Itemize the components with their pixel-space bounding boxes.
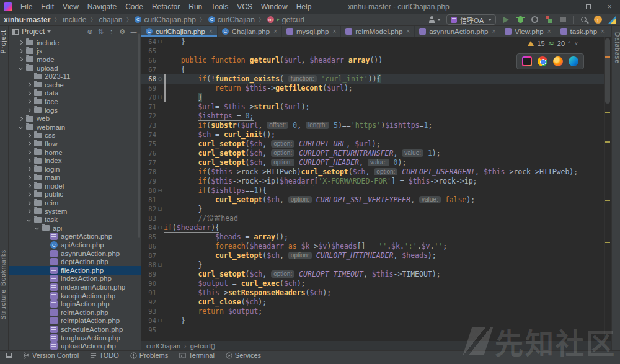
code-line-77[interactable]: 77 curl_setopt($ch, option: CURLOPT_HEAD… — [141, 158, 611, 167]
locate-file-button[interactable]: ⊕ — [87, 28, 92, 36]
tree-arrow-icon[interactable] — [19, 57, 23, 61]
editor-scrollbar[interactable] — [604, 37, 611, 340]
fold-collapse-icon[interactable]: ⊖ — [156, 74, 164, 84]
tree-item-scheduleAction-php[interactable]: scheduleAction.php — [9, 325, 141, 334]
profiler-button[interactable] — [530, 16, 539, 24]
code-line-78[interactable]: 78 if($this->rock->HTTPweb)curl_setopt($… — [141, 167, 611, 177]
menu-refactor[interactable]: Refactor — [148, 1, 184, 12]
tree-arrow-icon[interactable] — [19, 66, 23, 70]
layout-icon[interactable] — [6, 353, 12, 358]
menu-edit[interactable]: Edit — [37, 1, 58, 12]
code-line-94[interactable]: 94⊔ } — [141, 316, 611, 326]
tree-item-api[interactable]: api — [9, 224, 141, 233]
debug-button[interactable] — [516, 16, 525, 24]
tree-item-loginAction-php[interactable]: loginAction.php — [9, 300, 141, 308]
tree-arrow-icon[interactable] — [27, 82, 31, 87]
minimize-button[interactable]: — — [557, 0, 578, 14]
edge-icon[interactable] — [569, 56, 578, 66]
tab-close-icon[interactable]: × — [406, 28, 410, 35]
expand-button[interactable]: ⇅ — [98, 28, 104, 36]
editor-tab[interactable]: View.php× — [500, 26, 556, 37]
tree-item-reimAction-php[interactable]: reimAction.php — [9, 308, 141, 317]
coverage-button[interactable] — [544, 16, 553, 24]
tree-arrow-icon[interactable] — [27, 184, 31, 188]
menu-window[interactable]: Window — [257, 1, 292, 12]
tree-item-css[interactable]: css — [9, 131, 141, 140]
code-line-76[interactable]: 76 curl_setopt($ch, option: CURLOPT_RETU… — [141, 149, 611, 158]
tree-item-model[interactable]: model — [9, 182, 141, 190]
code-line-88[interactable]: 88⊔ } — [141, 260, 611, 270]
tool-window-button-terminal[interactable]: Terminal — [179, 352, 215, 359]
editor-tab[interactable]: asynrunAction.php× — [415, 26, 500, 37]
tree-arrow-icon[interactable] — [27, 209, 31, 213]
tree-item-task[interactable]: task — [9, 215, 141, 224]
fold-end-icon[interactable]: ⊔ — [156, 316, 164, 326]
tool-button-project[interactable]: Project — [0, 30, 9, 53]
code-editor[interactable]: 64⊔ }6566 public function getcurl($url, … — [141, 37, 611, 340]
code-line-82[interactable]: 82⊔ } — [141, 205, 611, 214]
settings-gear-icon[interactable]: ⚙ — [119, 28, 125, 36]
code-line-68[interactable]: 68⊖ if(!function_exists( function: 'curl… — [141, 74, 611, 84]
menu-file[interactable]: File — [16, 1, 37, 12]
breadcrumb-item[interactable]: xinhu-master — [4, 16, 50, 24]
tree-item-kaoqinAction-php[interactable]: kaoqinAction.php — [9, 291, 141, 300]
tree-item-indexreimAction-php[interactable]: indexreimAction.php — [9, 283, 141, 291]
tree-arrow-icon[interactable] — [27, 91, 31, 95]
tool-window-button-problems[interactable]: Problems — [130, 352, 168, 359]
code-line-87[interactable]: 87 curl_setopt($ch, option: CURLOPT_HTTP… — [141, 251, 611, 260]
collapse-all-button[interactable]: ÷ — [108, 28, 114, 36]
code-with-me-button[interactable] — [428, 16, 441, 24]
tool-window-button-services[interactable]: Services — [226, 352, 261, 359]
tree-item-public[interactable]: public — [9, 190, 141, 199]
editor-tab[interactable]: CChajian.php× — [218, 26, 282, 37]
fold-collapse-icon[interactable]: ⊖ — [156, 186, 164, 195]
update-notification-button[interactable]: ↑ — [593, 16, 602, 24]
tab-close-icon[interactable]: × — [547, 28, 551, 35]
tab-close-icon[interactable]: × — [492, 28, 495, 35]
editor-tab[interactable]: reimModel.php× — [341, 26, 415, 37]
tree-item-logs[interactable]: logs — [9, 106, 141, 115]
code-line-91[interactable]: 91 $this->setResponseHeaders($ch); — [141, 288, 611, 298]
tree-item-reimplatAction-php[interactable]: reimplatAction.php — [9, 317, 141, 326]
tree-item-deptAction-php[interactable]: deptAction.php — [9, 257, 141, 266]
tree-item-cache[interactable]: cache — [9, 81, 141, 89]
tree-arrow-icon[interactable] — [27, 192, 31, 197]
tree-arrow-icon[interactable] — [27, 99, 31, 104]
code-line-84[interactable]: 84⊖if($headarr){ — [141, 223, 611, 233]
restore-button[interactable] — [578, 0, 599, 14]
tree-item-include[interactable]: include — [9, 38, 141, 47]
tree-arrow-icon[interactable] — [27, 141, 31, 146]
tool-button-structure[interactable]: Structure — [0, 289, 9, 320]
breadcrumb-item[interactable]: mgetcurl — [267, 16, 304, 24]
code-line-86[interactable]: 86 foreach($headarr as $k=>$v)$heads[] =… — [141, 242, 611, 251]
editor-tab[interactable]: CcurlChajian.php× — [141, 26, 218, 37]
fold-end-icon[interactable]: ⊔ — [156, 205, 164, 214]
chevron-down-icon[interactable] — [47, 30, 51, 33]
tree-item-upload[interactable]: upload — [9, 64, 141, 73]
menu-navigate[interactable]: Navigate — [83, 1, 121, 12]
editor-tab[interactable]: task.php× — [556, 26, 609, 37]
tree-arrow-icon[interactable] — [19, 49, 23, 53]
menu-run[interactable]: Run — [184, 1, 206, 12]
tree-item-flow[interactable]: flow — [9, 140, 141, 148]
code-line-71[interactable]: 71 $url= $this->strurl($url); — [141, 102, 611, 112]
tab-close-icon[interactable]: × — [209, 28, 213, 35]
code-line-93[interactable]: 93 return $output; — [141, 307, 611, 316]
project-scrollbar[interactable] — [138, 33, 140, 238]
breadcrumb-item[interactable]: include — [63, 16, 86, 24]
tree-item-uploadAction-php[interactable]: uploadAction.php — [9, 342, 141, 350]
code-line-80[interactable]: 80⊖ if($ishttps==1){ — [141, 186, 611, 195]
code-line-70[interactable]: 70⊔ } — [141, 93, 611, 102]
chrome-icon[interactable] — [538, 56, 547, 66]
tree-item-index[interactable]: index — [9, 156, 141, 165]
tree-item-tonghuaAction-php[interactable]: tonghuaAction.php — [9, 334, 141, 342]
breadcrumb-item[interactable]: CcurlChajian — [208, 16, 255, 24]
scrollbar-thumb[interactable] — [605, 38, 610, 104]
tree-item-asynrunAction-php[interactable]: asynrunAction.php — [9, 249, 141, 258]
tree-item-webmain[interactable]: webmain — [9, 123, 141, 131]
tree-arrow-icon[interactable] — [27, 201, 31, 205]
tool-button-database[interactable]: Database — [612, 32, 620, 64]
firefox-icon[interactable] — [553, 56, 563, 66]
breadcrumb-item[interactable]: CcurlChajian.php — [135, 16, 195, 24]
code-line-72[interactable]: 72 $ishttps = 0; — [141, 112, 611, 121]
